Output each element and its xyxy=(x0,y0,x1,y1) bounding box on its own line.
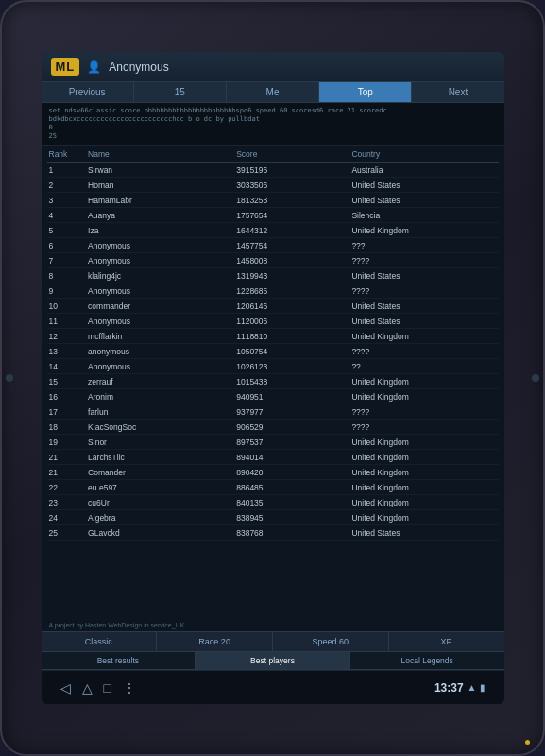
col-score: Score xyxy=(234,146,349,163)
cell-name: Homan xyxy=(86,178,234,193)
ml-logo: ML xyxy=(51,58,80,76)
cell-name: Iza xyxy=(86,223,234,238)
cell-country: United Kingdom xyxy=(349,374,498,389)
info-line-3: 0 xyxy=(49,124,497,132)
cell-country: United Kingdom xyxy=(349,495,498,510)
cell-name: Anonymous xyxy=(86,253,234,268)
cell-country: United Kingdom xyxy=(349,329,498,344)
attribution: A project by Hasten WebDesign in service… xyxy=(42,619,504,631)
cell-rank: 1 xyxy=(47,163,87,178)
cell-rank: 22 xyxy=(47,480,87,495)
footer-tab-classic[interactable]: Classic xyxy=(42,632,158,651)
cell-rank: 16 xyxy=(47,389,87,404)
cell-name: HamamLabr xyxy=(86,193,234,208)
cell-score: 1015438 xyxy=(234,374,349,389)
cell-country: United Kingdom xyxy=(349,435,498,450)
col-rank: Rank xyxy=(47,146,87,163)
table-container[interactable]: Rank Name Score Country 1 Sirwan 3915196… xyxy=(42,146,504,619)
user-icon: 👤 xyxy=(87,60,101,74)
cell-name: Anonymous xyxy=(86,238,234,253)
cell-name: Comander xyxy=(86,465,234,480)
cell-name: anonymous xyxy=(86,344,234,359)
tab-me[interactable]: Me xyxy=(227,82,319,102)
table-row: 5 Iza 1644312 United Kingdom xyxy=(47,223,499,238)
status-icons: ▲ ▮ xyxy=(468,682,485,693)
cell-rank: 6 xyxy=(47,238,87,253)
table-row: 13 anonymous 1050754 ???? xyxy=(47,344,499,359)
table-row: 6 Anonymous 1457754 ??? xyxy=(47,238,499,253)
cell-country: ??? xyxy=(349,238,498,253)
cell-country: United States xyxy=(349,314,498,329)
cell-score: 1458008 xyxy=(234,253,349,268)
back-button[interactable]: ◁ xyxy=(60,680,71,696)
cell-score: 937977 xyxy=(234,404,349,420)
cell-country: United States xyxy=(349,268,498,284)
cell-score: 897537 xyxy=(234,435,349,450)
cell-rank: 24 xyxy=(47,510,87,525)
sub-tab-local-legends[interactable]: Local Legends xyxy=(350,652,504,669)
cell-name: Sinor xyxy=(86,435,234,450)
time-display: 13:37 xyxy=(434,681,464,695)
cell-rank: 17 xyxy=(47,404,87,420)
cell-rank: 19 xyxy=(47,435,87,450)
cell-name: Anonymous xyxy=(86,284,234,299)
info-line-2: bdkdbcxcccccccccccccccccccccccchcc b o d… xyxy=(49,115,497,124)
cell-country: ???? xyxy=(349,253,498,268)
cell-rank: 11 xyxy=(47,314,87,329)
cell-rank: 15 xyxy=(47,374,87,389)
cell-score: 894014 xyxy=(234,450,349,465)
cell-country: United Kingdom xyxy=(349,389,498,404)
table-row: 12 mcfflarkin 1118810 United Kingdom xyxy=(47,329,499,344)
footer-tab-speed60[interactable]: Speed 60 xyxy=(273,632,389,651)
content-area: set ndsv66classic score bbbbbbbbbbbbbbbb… xyxy=(42,103,504,631)
cell-score: 1118810 xyxy=(234,329,349,344)
home-button[interactable]: △ xyxy=(82,680,93,696)
cell-rank: 8 xyxy=(47,268,87,284)
cell-rank: 13 xyxy=(47,344,87,359)
table-row: 21 Comander 890420 United Kingdom xyxy=(47,465,499,480)
table-row: 10 commander 1206146 United States xyxy=(47,299,499,314)
table-row: 11 Anonymous 1120006 United States xyxy=(47,314,499,329)
footer-tab-race20[interactable]: Race 20 xyxy=(157,632,273,651)
android-nav: ◁ △ □ ⋮ 13:37 ▲ ▮ xyxy=(42,670,504,704)
status-bar: 13:37 ▲ ▮ xyxy=(434,681,485,695)
cell-name: zerrauf xyxy=(86,374,234,389)
tab-top[interactable]: Top xyxy=(319,82,412,102)
cell-country: United Kingdom xyxy=(349,450,498,465)
table-row: 15 zerrauf 1015438 United Kingdom xyxy=(47,374,499,389)
footer-tab-xp[interactable]: XP xyxy=(389,632,504,651)
sub-tab-best-results[interactable]: Best results xyxy=(42,652,196,669)
table-row: 17 farlun 937977 ???? xyxy=(47,404,499,420)
cell-rank: 18 xyxy=(47,420,87,435)
cell-score: 3915196 xyxy=(234,163,349,178)
cell-rank: 7 xyxy=(47,253,87,268)
cell-score: 3033506 xyxy=(234,178,349,193)
cell-name: Algebra xyxy=(86,510,234,525)
cell-rank: 2 xyxy=(47,178,87,193)
tab-15[interactable]: 15 xyxy=(134,82,227,102)
cell-name: Sirwan xyxy=(86,163,234,178)
table-row: 9 Anonymous 1228685 ???? xyxy=(47,284,499,299)
cell-name: GLavckd xyxy=(86,525,234,541)
cell-country: ???? xyxy=(349,420,498,435)
sub-tab-best-players[interactable]: Best players xyxy=(196,652,350,669)
table-row: 19 Sinor 897537 United Kingdom xyxy=(47,435,499,450)
cell-name: eu.e597 xyxy=(86,480,234,495)
cell-rank: 5 xyxy=(47,223,87,238)
cell-score: 1026123 xyxy=(234,359,349,374)
recent-button[interactable]: □ xyxy=(104,680,111,696)
tab-previous[interactable]: Previous xyxy=(42,82,134,102)
nav-tabs: Previous 15 Me Top Next xyxy=(42,82,504,103)
table-row: 18 KlacSongSoc 906529 ???? xyxy=(47,420,499,435)
cell-name: Aronim xyxy=(86,389,234,404)
cell-country: United Kingdom xyxy=(349,480,498,495)
cell-score: 1644312 xyxy=(234,223,349,238)
cell-name: KlacSongSoc xyxy=(86,420,234,435)
tab-next[interactable]: Next xyxy=(412,82,503,102)
cell-score: 940951 xyxy=(234,389,349,404)
table-row: 22 eu.e597 886485 United Kingdom xyxy=(47,480,499,495)
cell-score: 838945 xyxy=(234,510,349,525)
cell-rank: 10 xyxy=(47,299,87,314)
cell-score: 1319943 xyxy=(234,268,349,284)
menu-button[interactable]: ⋮ xyxy=(123,680,136,696)
